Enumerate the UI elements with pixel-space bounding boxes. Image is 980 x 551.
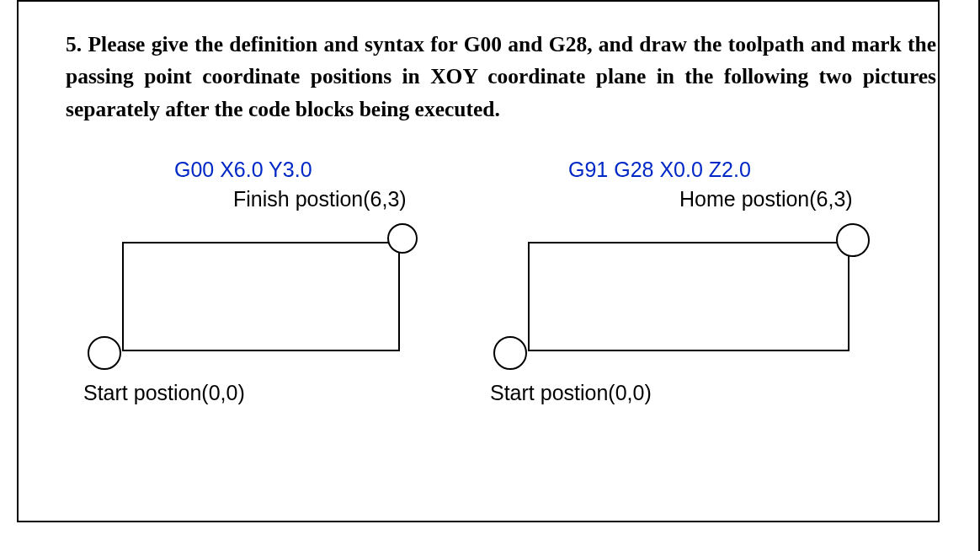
home-circle-icon <box>836 223 870 257</box>
start-circle-icon <box>88 336 121 370</box>
start-circle-icon-right <box>493 336 527 370</box>
rect-g00 <box>122 242 400 351</box>
question-text: 5. Please give the definition and syntax… <box>66 29 936 126</box>
finish-position-label: Finish postion(6,3) <box>233 187 407 211</box>
home-position-label: Home postion(6,3) <box>679 187 853 211</box>
start-position-label-left: Start postion(0,0) <box>83 381 245 405</box>
page-outer-border: 5. Please give the definition and syntax… <box>0 0 980 551</box>
finish-circle-icon <box>387 223 418 254</box>
rect-g28 <box>528 242 850 351</box>
start-position-label-right: Start postion(0,0) <box>490 381 652 405</box>
code-g28: G91 G28 X0.0 Z2.0 <box>568 158 751 182</box>
code-g00: G00 X6.0 Y3.0 <box>174 158 312 182</box>
page-inner-border: 5. Please give the definition and syntax… <box>17 0 940 522</box>
